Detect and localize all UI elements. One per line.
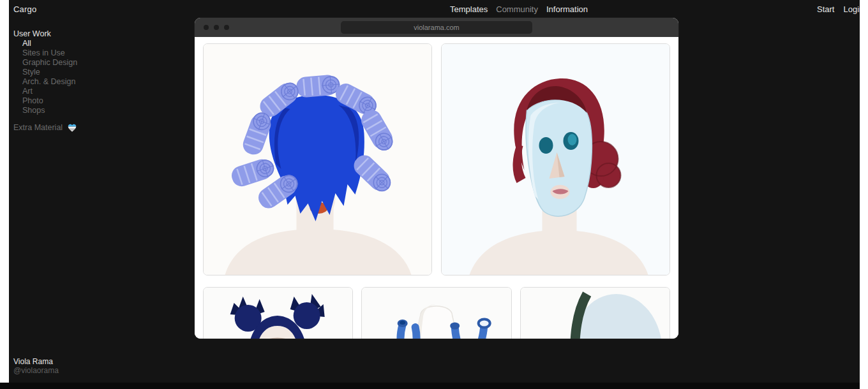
profile-name[interactable]: Viola Rama [13, 357, 59, 366]
sidebar: User Work All Sites in Use Graphic Desig… [13, 29, 77, 115]
extra-material-label: Extra Material [13, 123, 63, 132]
sidebar-item-graphic-design[interactable]: Graphic Design [22, 58, 77, 68]
photo-blue-wig-curlers [204, 44, 431, 275]
nav-templates[interactable]: Templates [450, 4, 488, 14]
sidebar-filter-list: All Sites in Use Graphic Design Style Ar… [22, 39, 77, 115]
window-control-dot[interactable] [214, 25, 219, 30]
striped-heart-icon [68, 124, 77, 132]
profile-handle[interactable]: @violaorama [13, 366, 59, 375]
site-profile: Viola Rama @violaorama [13, 357, 59, 375]
account-nav: Start Login [817, 4, 860, 14]
start-link[interactable]: Start [817, 4, 834, 14]
gallery-item-green-band[interactable] [520, 287, 670, 339]
window-control-dot[interactable] [204, 25, 209, 30]
sidebar-item-extra-material[interactable]: Extra Material [13, 123, 77, 132]
gallery-row-1 [203, 43, 670, 275]
window-titlebar: violarama.com [195, 18, 678, 37]
photo-blue-tubes [362, 288, 511, 339]
photo-green-band [521, 288, 670, 339]
sidebar-item-sites-in-use[interactable]: Sites in Use [22, 48, 77, 58]
window-controls [204, 25, 229, 30]
sidebar-item-arch-design[interactable]: Arch. & Design [22, 77, 77, 87]
nav-community[interactable]: Community [496, 4, 538, 14]
gallery-item-blue-tubes[interactable] [361, 287, 511, 339]
sidebar-item-art[interactable]: Art [22, 87, 77, 96]
photo-navy-buns [204, 288, 352, 339]
gallery-item-blue-wig-curlers[interactable] [203, 43, 432, 275]
nav-information[interactable]: Information [546, 4, 588, 14]
cargo-site-screenshot: Cargo Templates Community Information St… [0, 0, 868, 389]
login-link[interactable]: Login [843, 4, 860, 14]
site-preview-window[interactable]: violarama.com [195, 18, 678, 339]
cargo-logo[interactable]: Cargo [13, 4, 36, 14]
sidebar-item-style[interactable]: Style [22, 68, 77, 77]
window-control-dot[interactable] [224, 25, 229, 30]
site-content [195, 37, 678, 339]
photo-red-hair-mask [442, 44, 670, 275]
gallery-item-navy-buns[interactable] [203, 287, 353, 339]
gallery-row-2 [203, 287, 670, 339]
sidebar-item-all[interactable]: All [22, 39, 77, 48]
url-bar[interactable]: violarama.com [341, 21, 532, 34]
gallery-item-red-hair-mask[interactable] [441, 43, 670, 275]
sidebar-item-photo[interactable]: Photo [22, 96, 77, 106]
top-nav: Templates Community Information [450, 4, 588, 14]
dark-canvas: Cargo Templates Community Information St… [9, 0, 860, 383]
sidebar-item-shops[interactable]: Shops [22, 106, 77, 115]
sidebar-section-user-work[interactable]: User Work [13, 29, 77, 39]
bottom-strip [0, 383, 860, 389]
